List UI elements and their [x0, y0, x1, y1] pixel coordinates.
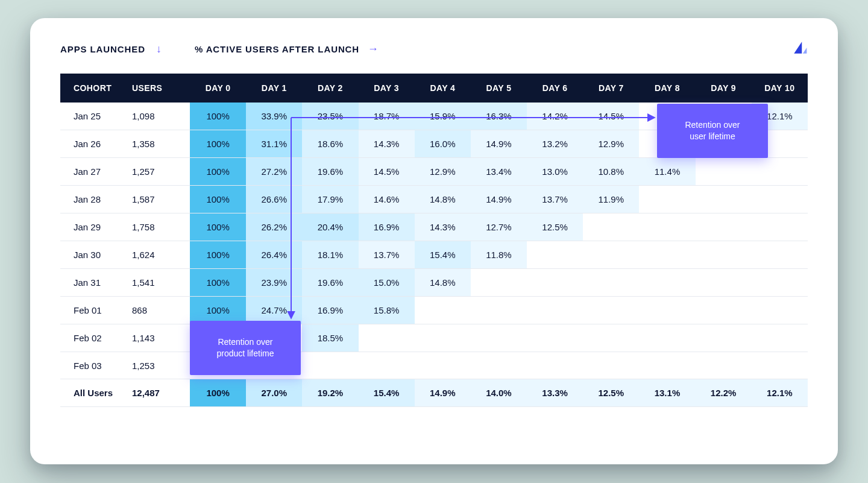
cell-day-0: 100%: [190, 379, 246, 407]
cell-day-2: 19.6%: [302, 269, 358, 297]
cell-day-6: 13.0%: [527, 158, 583, 186]
arrow-down-icon: ↓: [153, 42, 166, 55]
table-row: Jan 311,541100%23.9%19.6%15.0%14.8%: [60, 269, 808, 297]
cell-day-0: 100%: [190, 297, 246, 324]
cell-day-8: [639, 241, 695, 269]
legend-active-users: % ACTIVE USERS AFTER LAUNCH →: [195, 42, 380, 55]
cell-day-6: [527, 297, 583, 324]
cohort-table-container: COHORTUSERSDAY 0DAY 1DAY 2DAY 3DAY 4DAY …: [60, 74, 808, 407]
cell-day-1: 26.4%: [246, 241, 302, 269]
cell-cohort: Jan 29: [60, 213, 130, 241]
cell-day-2: 16.9%: [302, 297, 358, 324]
cell-day-0: 100%: [190, 103, 246, 130]
cell-day-7: [583, 324, 639, 352]
cell-day-4: 12.9%: [415, 158, 471, 186]
cell-day-8: [639, 297, 695, 324]
cell-users: 1,624: [130, 241, 190, 269]
callout-retention-user-lifetime: Retention over user lifetime: [657, 104, 768, 158]
legend-apps-launched: APPS LAUNCHED ↓: [60, 42, 166, 55]
callout-text: Retention over product lifetime: [217, 336, 274, 359]
cell-day-9: 12.2%: [696, 379, 752, 407]
cell-day-6: 12.5%: [527, 213, 583, 241]
cell-day-2: 23.5%: [302, 103, 358, 130]
cell-day-10: [752, 241, 808, 269]
cell-day-7: [583, 241, 639, 269]
cell-day-7: 11.9%: [583, 186, 639, 213]
col-day-0: DAY 0: [190, 74, 246, 103]
cell-cohort: All Users: [60, 379, 130, 407]
cell-day-1: 26.2%: [246, 213, 302, 241]
cell-day-2: 19.2%: [302, 379, 358, 407]
cell-day-10: [752, 352, 808, 379]
cell-day-6: [527, 352, 583, 379]
legend-label: APPS LAUNCHED: [60, 44, 145, 54]
cell-day-6: 13.7%: [527, 186, 583, 213]
cell-day-9: [696, 352, 752, 379]
col-day-1: DAY 1: [246, 74, 302, 103]
cell-day-5: [471, 324, 527, 352]
cell-day-10: [752, 269, 808, 297]
app-logo-icon: [792, 40, 808, 55]
cell-day-5: 14.0%: [471, 379, 527, 407]
cell-day-2: 19.6%: [302, 158, 358, 186]
cell-day-4: 16.0%: [415, 130, 471, 158]
cell-day-4: 14.9%: [415, 379, 471, 407]
cell-day-3: 14.3%: [359, 130, 415, 158]
cell-day-3: 16.9%: [359, 213, 415, 241]
cell-day-5: 13.4%: [471, 158, 527, 186]
cell-day-8: 11.4%: [639, 158, 695, 186]
cell-day-6: 13.2%: [527, 130, 583, 158]
cell-day-7: 12.5%: [583, 379, 639, 407]
col-users: USERS: [130, 74, 190, 103]
cell-day-3: [359, 352, 415, 379]
cell-day-7: [583, 352, 639, 379]
cell-day-4: [415, 297, 471, 324]
col-day-7: DAY 7: [583, 74, 639, 103]
cell-day-9: [696, 324, 752, 352]
cell-day-10: [752, 158, 808, 186]
cell-day-8: 13.1%: [639, 379, 695, 407]
cell-day-9: [696, 269, 752, 297]
table-row: Feb 021,14318.5%: [60, 324, 808, 352]
cell-day-4: 15.9%: [415, 103, 471, 130]
cell-users: 12,487: [130, 379, 190, 407]
cell-day-1: 23.9%: [246, 269, 302, 297]
cell-day-6: [527, 241, 583, 269]
cell-day-2: 20.4%: [302, 213, 358, 241]
cell-day-10: [752, 213, 808, 241]
cell-day-5: [471, 269, 527, 297]
cell-cohort: Feb 01: [60, 297, 130, 324]
callout-retention-product-lifetime: Retention over product lifetime: [190, 321, 301, 375]
cell-day-3: [359, 324, 415, 352]
cell-day-7: [583, 297, 639, 324]
col-day-2: DAY 2: [302, 74, 358, 103]
cell-day-1: 26.6%: [246, 186, 302, 213]
cell-cohort: Jan 31: [60, 269, 130, 297]
cell-day-7: 10.8%: [583, 158, 639, 186]
cell-day-8: [639, 352, 695, 379]
col-day-6: DAY 6: [527, 74, 583, 103]
col-day-4: DAY 4: [415, 74, 471, 103]
cell-day-1: 27.2%: [246, 158, 302, 186]
table-header-row: COHORTUSERSDAY 0DAY 1DAY 2DAY 3DAY 4DAY …: [60, 74, 808, 103]
cell-users: 1,758: [130, 213, 190, 241]
cell-day-2: 18.6%: [302, 130, 358, 158]
cell-cohort: Jan 30: [60, 241, 130, 269]
cell-day-3: 13.7%: [359, 241, 415, 269]
cell-day-1: 24.7%: [246, 297, 302, 324]
cell-cohort: Feb 02: [60, 324, 130, 352]
cell-day-1: 31.1%: [246, 130, 302, 158]
cell-day-2: 18.5%: [302, 324, 358, 352]
cell-users: 1,358: [130, 130, 190, 158]
cell-day-2: 17.9%: [302, 186, 358, 213]
cell-day-4: 14.8%: [415, 269, 471, 297]
cell-day-9: [696, 186, 752, 213]
table-legend: APPS LAUNCHED ↓ % ACTIVE USERS AFTER LAU…: [60, 42, 808, 55]
cell-day-10: [752, 186, 808, 213]
cell-day-3: 15.0%: [359, 269, 415, 297]
cell-cohort: Jan 25: [60, 103, 130, 130]
col-day-8: DAY 8: [639, 74, 695, 103]
col-day-3: DAY 3: [359, 74, 415, 103]
cell-day-3: 14.6%: [359, 186, 415, 213]
cell-cohort: Jan 26: [60, 130, 130, 158]
